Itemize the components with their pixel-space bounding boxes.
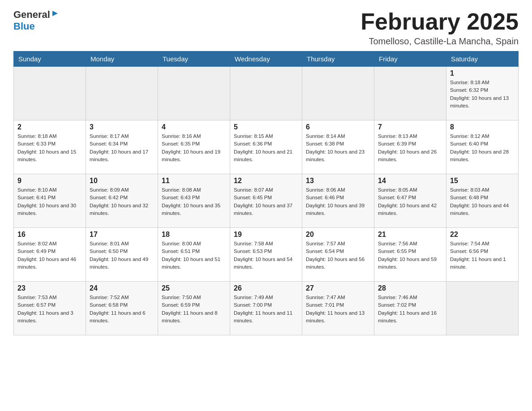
calendar-day-cell: 14Sunrise: 8:05 AM Sunset: 6:47 PM Dayli… xyxy=(374,174,446,228)
day-info: Sunrise: 8:06 AM Sunset: 6:46 PM Dayligh… xyxy=(306,186,370,217)
day-info: Sunrise: 8:18 AM Sunset: 6:32 PM Dayligh… xyxy=(450,79,515,110)
day-number: 19 xyxy=(234,231,298,239)
calendar-day-cell: 1Sunrise: 8:18 AM Sunset: 6:32 PM Daylig… xyxy=(446,67,519,120)
day-number: 14 xyxy=(378,177,442,185)
title-section: February 2025 Tomelloso, Castille-La Man… xyxy=(360,9,519,47)
calendar-day-cell: 5Sunrise: 8:15 AM Sunset: 6:36 PM Daylig… xyxy=(230,120,302,174)
calendar-day-header: Friday xyxy=(374,51,446,67)
day-info: Sunrise: 8:12 AM Sunset: 6:40 PM Dayligh… xyxy=(450,133,515,163)
day-number: 7 xyxy=(378,123,442,131)
day-number: 17 xyxy=(90,231,154,239)
day-info: Sunrise: 8:16 AM Sunset: 6:35 PM Dayligh… xyxy=(162,133,226,163)
day-info: Sunrise: 8:10 AM Sunset: 6:41 PM Dayligh… xyxy=(17,186,82,217)
calendar-week-row: 1Sunrise: 8:18 AM Sunset: 6:32 PM Daylig… xyxy=(14,67,519,120)
calendar-day-cell: 12Sunrise: 8:07 AM Sunset: 6:45 PM Dayli… xyxy=(230,174,302,228)
calendar-week-row: 16Sunrise: 8:02 AM Sunset: 6:49 PM Dayli… xyxy=(14,228,519,282)
day-info: Sunrise: 7:47 AM Sunset: 7:01 PM Dayligh… xyxy=(306,294,370,325)
page-header: General Blue February 2025 Tomelloso, Ca… xyxy=(13,9,519,47)
calendar-week-row: 9Sunrise: 8:10 AM Sunset: 6:41 PM Daylig… xyxy=(14,174,519,228)
day-number: 26 xyxy=(234,284,298,292)
calendar-day-cell: 9Sunrise: 8:10 AM Sunset: 6:41 PM Daylig… xyxy=(14,174,86,228)
calendar-day-cell: 24Sunrise: 7:52 AM Sunset: 6:58 PM Dayli… xyxy=(86,282,158,335)
calendar-day-cell: 10Sunrise: 8:09 AM Sunset: 6:42 PM Dayli… xyxy=(86,174,158,228)
day-info: Sunrise: 7:57 AM Sunset: 6:54 PM Dayligh… xyxy=(306,240,370,271)
calendar-day-cell: 26Sunrise: 7:49 AM Sunset: 7:00 PM Dayli… xyxy=(230,282,302,335)
calendar-table: SundayMondayTuesdayWednesdayThursdayFrid… xyxy=(13,51,519,335)
day-info: Sunrise: 8:14 AM Sunset: 6:38 PM Dayligh… xyxy=(306,133,370,163)
day-info: Sunrise: 8:02 AM Sunset: 6:49 PM Dayligh… xyxy=(17,240,82,271)
day-number: 10 xyxy=(90,177,154,185)
calendar-day-cell xyxy=(86,67,158,120)
day-number: 23 xyxy=(17,284,82,292)
calendar-day-cell: 2Sunrise: 8:18 AM Sunset: 6:33 PM Daylig… xyxy=(14,120,86,174)
calendar-day-cell: 3Sunrise: 8:17 AM Sunset: 6:34 PM Daylig… xyxy=(86,120,158,174)
day-info: Sunrise: 8:03 AM Sunset: 6:48 PM Dayligh… xyxy=(450,186,515,217)
calendar-day-cell: 25Sunrise: 7:50 AM Sunset: 6:59 PM Dayli… xyxy=(158,282,230,335)
day-number: 2 xyxy=(17,123,82,131)
calendar-day-cell: 16Sunrise: 8:02 AM Sunset: 6:49 PM Dayli… xyxy=(14,228,86,282)
calendar-day-header: Tuesday xyxy=(158,51,230,67)
day-number: 12 xyxy=(234,177,298,185)
day-info: Sunrise: 7:54 AM Sunset: 6:56 PM Dayligh… xyxy=(450,240,515,271)
day-number: 27 xyxy=(306,284,370,292)
calendar-day-cell: 21Sunrise: 7:56 AM Sunset: 6:55 PM Dayli… xyxy=(374,228,446,282)
calendar-day-cell: 17Sunrise: 8:01 AM Sunset: 6:50 PM Dayli… xyxy=(86,228,158,282)
logo-arrow-icon xyxy=(51,9,59,19)
calendar-day-cell: 7Sunrise: 8:13 AM Sunset: 6:39 PM Daylig… xyxy=(374,120,446,174)
day-info: Sunrise: 8:17 AM Sunset: 6:34 PM Dayligh… xyxy=(90,133,154,163)
calendar-day-cell xyxy=(158,67,230,120)
day-info: Sunrise: 7:58 AM Sunset: 6:53 PM Dayligh… xyxy=(234,240,298,271)
calendar-day-cell xyxy=(302,67,374,120)
calendar-header-row: SundayMondayTuesdayWednesdayThursdayFrid… xyxy=(14,51,519,67)
calendar-day-cell xyxy=(14,67,86,120)
day-info: Sunrise: 8:13 AM Sunset: 6:39 PM Dayligh… xyxy=(378,133,442,163)
calendar-week-row: 2Sunrise: 8:18 AM Sunset: 6:33 PM Daylig… xyxy=(14,120,519,174)
calendar-week-row: 23Sunrise: 7:53 AM Sunset: 6:57 PM Dayli… xyxy=(14,282,519,335)
calendar-day-cell: 19Sunrise: 7:58 AM Sunset: 6:53 PM Dayli… xyxy=(230,228,302,282)
calendar-day-header: Saturday xyxy=(446,51,519,67)
day-info: Sunrise: 8:07 AM Sunset: 6:45 PM Dayligh… xyxy=(234,186,298,217)
day-number: 22 xyxy=(450,231,515,239)
day-info: Sunrise: 8:05 AM Sunset: 6:47 PM Dayligh… xyxy=(378,186,442,217)
calendar-day-cell: 6Sunrise: 8:14 AM Sunset: 6:38 PM Daylig… xyxy=(302,120,374,174)
calendar-day-header: Monday xyxy=(86,51,158,67)
day-number: 13 xyxy=(306,177,370,185)
calendar-day-cell: 8Sunrise: 8:12 AM Sunset: 6:40 PM Daylig… xyxy=(446,120,519,174)
day-info: Sunrise: 8:15 AM Sunset: 6:36 PM Dayligh… xyxy=(234,133,298,163)
day-info: Sunrise: 7:46 AM Sunset: 7:02 PM Dayligh… xyxy=(378,294,442,325)
calendar-day-header: Wednesday xyxy=(230,51,302,67)
day-number: 8 xyxy=(450,123,515,131)
day-number: 25 xyxy=(162,284,226,292)
day-number: 11 xyxy=(162,177,226,185)
day-number: 3 xyxy=(90,123,154,131)
location-text: Tomelloso, Castille-La Mancha, Spain xyxy=(360,36,519,47)
calendar-day-cell: 22Sunrise: 7:54 AM Sunset: 6:56 PM Dayli… xyxy=(446,228,519,282)
calendar-day-cell: 4Sunrise: 8:16 AM Sunset: 6:35 PM Daylig… xyxy=(158,120,230,174)
svg-marker-0 xyxy=(52,11,58,16)
day-number: 15 xyxy=(450,177,515,185)
calendar-day-cell: 11Sunrise: 8:08 AM Sunset: 6:43 PM Dayli… xyxy=(158,174,230,228)
day-info: Sunrise: 7:56 AM Sunset: 6:55 PM Dayligh… xyxy=(378,240,442,271)
calendar-day-header: Thursday xyxy=(302,51,374,67)
day-number: 4 xyxy=(162,123,226,131)
day-number: 5 xyxy=(234,123,298,131)
logo: General Blue xyxy=(13,9,59,32)
calendar-day-cell: 18Sunrise: 8:00 AM Sunset: 6:51 PM Dayli… xyxy=(158,228,230,282)
day-number: 21 xyxy=(378,231,442,239)
logo-blue-text: Blue xyxy=(13,21,35,32)
calendar-day-cell xyxy=(374,67,446,120)
day-number: 16 xyxy=(17,231,82,239)
day-info: Sunrise: 8:00 AM Sunset: 6:51 PM Dayligh… xyxy=(162,240,226,271)
day-info: Sunrise: 7:53 AM Sunset: 6:57 PM Dayligh… xyxy=(17,294,82,325)
calendar-day-cell: 13Sunrise: 8:06 AM Sunset: 6:46 PM Dayli… xyxy=(302,174,374,228)
day-info: Sunrise: 7:49 AM Sunset: 7:00 PM Dayligh… xyxy=(234,294,298,325)
logo-general-text: General xyxy=(13,9,50,21)
calendar-day-cell xyxy=(446,282,519,335)
day-info: Sunrise: 8:08 AM Sunset: 6:43 PM Dayligh… xyxy=(162,186,226,217)
calendar-day-cell: 23Sunrise: 7:53 AM Sunset: 6:57 PM Dayli… xyxy=(14,282,86,335)
day-number: 1 xyxy=(450,69,515,77)
calendar-day-cell: 15Sunrise: 8:03 AM Sunset: 6:48 PM Dayli… xyxy=(446,174,519,228)
day-info: Sunrise: 8:09 AM Sunset: 6:42 PM Dayligh… xyxy=(90,186,154,217)
day-number: 18 xyxy=(162,231,226,239)
day-number: 9 xyxy=(17,177,82,185)
